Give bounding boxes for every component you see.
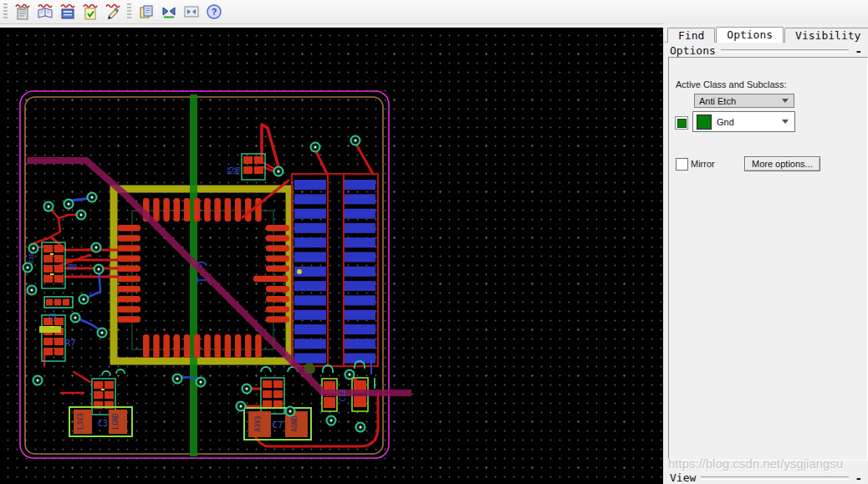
pcb-canvas[interactable]: R5R6R10R8C9R7C3L3V3LGNDC7A3V3AGNDC12 <box>0 28 663 484</box>
chevron-down-icon <box>782 99 789 103</box>
script-edit-icon <box>104 3 122 21</box>
tab-options[interactable]: Options <box>716 27 784 43</box>
svg-text:C3: C3 <box>98 419 108 428</box>
view-header-line <box>701 476 848 480</box>
chevron-down-icon <box>782 120 789 124</box>
toolbar-grip[interactable] <box>3 3 8 20</box>
tab-visibility[interactable]: Visibility <box>784 28 868 43</box>
options-group-header: Options - <box>670 44 862 57</box>
pcb-design: R5R6R10R8C9R7C3L3V3LGNDC7A3V3AGNDC12 <box>0 28 663 484</box>
mirror-label: Mirror <box>691 159 715 169</box>
connector-pads <box>294 180 375 364</box>
svg-text:LGND: LGND <box>112 413 120 429</box>
script-browse-button[interactable] <box>57 2 78 22</box>
bowtie-button[interactable] <box>158 2 179 22</box>
tab-find[interactable]: Find <box>667 28 715 43</box>
pcb-editor-window: ? <box>0 0 868 484</box>
script-record-button[interactable] <box>12 2 33 22</box>
bowtie-frame-icon <box>182 3 201 21</box>
subclass-swatch <box>697 115 712 130</box>
options-minimize-button[interactable]: - <box>855 47 862 55</box>
help-icon: ? <box>205 3 223 21</box>
copy-windows-button[interactable] <box>135 2 156 22</box>
script-library-button[interactable] <box>34 2 55 22</box>
active-class-label: Active Class and Subclass: <box>676 79 787 89</box>
svg-text:L3V3: L3V3 <box>77 413 84 429</box>
control-panel: Find Options Visibility Options - Active… <box>663 23 868 484</box>
bowtie-frame-button[interactable] <box>181 2 202 22</box>
svg-text:R8: R8 <box>69 263 78 272</box>
subclass-dropdown[interactable]: Gnd <box>692 111 795 132</box>
script-browse-icon <box>59 3 77 21</box>
svg-text:C7: C7 <box>272 420 283 431</box>
options-header-line <box>721 49 849 53</box>
view-group-header: View - <box>670 471 862 484</box>
script-record-icon <box>13 3 32 21</box>
options-header-title: Options <box>670 44 716 57</box>
subclass-color-toggle[interactable] <box>675 116 688 130</box>
script-edit-button[interactable] <box>102 2 123 22</box>
subclass-dropdown-value: Gnd <box>717 117 734 127</box>
script-library-icon <box>36 3 54 21</box>
subclass-color-swatch <box>677 119 687 128</box>
script-run-button[interactable] <box>79 2 100 22</box>
svg-text:AGND: AGND <box>291 415 299 431</box>
mirror-checkbox[interactable] <box>676 158 688 171</box>
bowtie-icon <box>160 3 178 21</box>
svg-text:A3V3: A3V3 <box>254 415 262 431</box>
svg-text:R10: R10 <box>28 253 35 264</box>
watermark-text: https://blog.csdn.net/ysgjiangsu <box>668 456 868 471</box>
view-minimize-button[interactable]: - <box>855 474 862 482</box>
svg-text:R7: R7 <box>64 338 75 349</box>
svg-text:?: ? <box>211 7 217 17</box>
toolbar-grip[interactable] <box>127 3 131 20</box>
copy-windows-icon <box>137 3 156 21</box>
class-dropdown[interactable]: Anti Etch <box>694 94 794 108</box>
green-band <box>190 94 197 456</box>
help-button[interactable]: ? <box>203 2 224 22</box>
svg-text:R6: R6 <box>234 166 242 175</box>
script-run-icon <box>81 3 100 21</box>
more-options-button[interactable]: More options... <box>744 156 820 171</box>
view-header-title: View <box>670 471 696 484</box>
class-dropdown-value: Anti Etch <box>699 96 736 106</box>
options-pane: Active Class and Subclass: Anti Etch Gnd… <box>668 57 868 461</box>
panel-tabs: Find Options Visibility <box>667 28 868 43</box>
svg-text:C12: C12 <box>340 390 347 402</box>
svg-text:C9: C9 <box>49 313 57 321</box>
pin1-marker <box>297 269 302 274</box>
toolbar: ? <box>0 0 868 24</box>
